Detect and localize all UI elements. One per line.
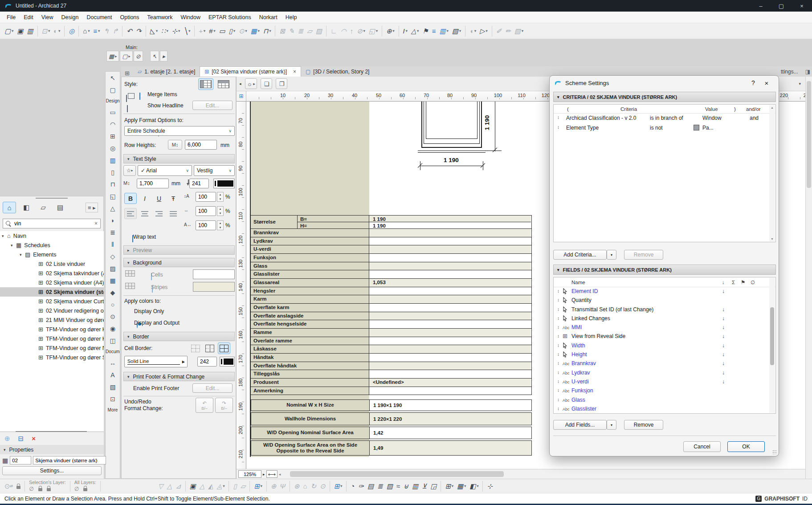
bold-button[interactable]: B — [124, 193, 137, 204]
graphisoft-id[interactable]: G GRAPHISOFT ID — [755, 496, 808, 502]
trim-icon[interactable]: ⊘▾ — [355, 25, 367, 37]
view-map-icon[interactable]: ◧ — [20, 202, 33, 213]
sort-direction-icon[interactable]: ↓ — [722, 342, 725, 349]
new-file-icon[interactable]: ▢▾ — [3, 25, 15, 37]
print-footer-section-header[interactable]: ▾Print Footer & Format Change — [123, 372, 235, 381]
font-family-select[interactable]: ✓Arial∨ — [138, 165, 192, 176]
door-tool-icon[interactable]: ◠ — [106, 118, 120, 130]
align-right-button[interactable] — [153, 208, 165, 219]
roof-wizard-icon[interactable]: △▾ — [410, 25, 420, 37]
table-row[interactable]: Låskasse — [251, 345, 531, 353]
drag-handle-icon[interactable]: ↕ — [557, 388, 559, 393]
drag-handle-icon[interactable]: ↕ — [557, 307, 559, 312]
tree-item[interactable]: ▾ ⌂ ▦ ▨ ⊞ 02 Vinduer redigering og kor — [0, 306, 104, 315]
fit-view-icon[interactable]: ⊿▾ — [174, 480, 183, 493]
cells-color-swatch[interactable] — [193, 269, 235, 279]
align-justify-button[interactable] — [167, 208, 180, 219]
tree-item[interactable]: ▾ ⌂ ▦ ▨ ⊞ Elements — [0, 250, 104, 259]
3d-styles-icon[interactable]: ⊞▾ — [253, 480, 264, 493]
tab-overflow-icon[interactable]: ◨ — [805, 69, 810, 75]
mesh-tool-icon[interactable]: ▦ — [106, 274, 120, 286]
sum-column-icon[interactable]: Σ — [732, 280, 735, 285]
beam-tool-icon[interactable]: ⊓ — [106, 178, 120, 190]
layout-icon[interactable]: ▱▾ — [306, 25, 314, 37]
trace-reference-icon[interactable]: ▯▾ — [228, 25, 237, 37]
navigator-menu-icon[interactable]: ≡ ▸ — [86, 203, 101, 212]
favorites-icon[interactable]: ⌂▾ — [82, 25, 91, 37]
save-icon[interactable]: ▣▾ — [16, 25, 24, 37]
cutaway-icon[interactable]: ▯▾ — [232, 480, 238, 493]
border-all-button[interactable] — [218, 342, 230, 354]
field-row[interactable]: ↕ Abc ⊞ Width ↓ — [554, 342, 775, 350]
fields-scrollbar[interactable] — [769, 278, 775, 413]
drag-handle-icon[interactable]: ↕ — [557, 325, 559, 330]
text-style-section-header[interactable]: ▾Text Style — [123, 154, 235, 163]
font-script-select[interactable]: Vestlig∨ — [194, 165, 235, 176]
remove-criteria-button[interactable]: Remove — [624, 250, 663, 260]
row-height-field[interactable] — [185, 140, 217, 150]
tree-item[interactable]: ▾ ⌂ ▦ ▨ ⊞ 02 Liste vinduer — [0, 259, 104, 269]
sort-direction-icon[interactable]: ↓ — [722, 370, 725, 376]
scheme-settings-button[interactable]: ☼▸ — [245, 78, 257, 89]
border-color-swatch[interactable] — [220, 357, 235, 367]
border-pen-field[interactable] — [197, 357, 217, 367]
tree-item[interactable]: ▾ ⌂ ▦ ▨ ⊞ Schedules — [0, 240, 104, 250]
table-row[interactable]: Overflate håndtak — [251, 362, 531, 370]
search-input[interactable] — [14, 220, 94, 227]
col-open-paren[interactable]: ( — [567, 106, 569, 112]
cancel-button[interactable]: Cancel — [683, 441, 721, 452]
opening-tool-icon[interactable]: ⊙ — [106, 310, 120, 322]
snap-grid-icon[interactable]: ∷▾ — [160, 25, 170, 37]
view-settings-icon[interactable]: ⊟ — [18, 435, 24, 443]
library-icon[interactable]: ▥▾ — [438, 25, 450, 37]
spacing-factor-field[interactable] — [196, 220, 216, 230]
walk-mode-icon[interactable]: Ψ▾ — [278, 480, 286, 493]
merge-items-checkbox[interactable] — [139, 93, 140, 100]
home-story-icon[interactable]: ⌂▾ — [302, 480, 308, 493]
drag-handle-icon[interactable]: ↕ — [557, 361, 559, 366]
field-row[interactable]: ↕ Abc ⊞ Brannkrav ↓ — [554, 359, 775, 368]
apply-format-select[interactable]: Entire Schedule∨ — [124, 126, 235, 136]
tree-item[interactable]: ▾ ⌂ ▦ ▨ ⊞ TFM-Vinduer og dører Komp — [0, 334, 104, 343]
clear-search-icon[interactable]: × — [94, 220, 98, 227]
summary-row[interactable]: W/D Opening Surface Area on the Side Opp… — [251, 440, 532, 456]
remove-fields-button[interactable]: Remove — [624, 420, 663, 430]
drag-handle-icon[interactable]: ↕ — [557, 289, 559, 293]
render-icon[interactable]: ◖▾ — [468, 25, 477, 37]
maximize-button[interactable]: ▢ — [771, 0, 792, 12]
guide-lines-icon[interactable]: ◺▾ — [149, 25, 159, 37]
schedule-name-field[interactable] — [33, 456, 106, 464]
adjust-icon[interactable]: ◐▾ — [52, 25, 61, 37]
menu-window[interactable]: Window — [177, 12, 204, 22]
parameter-pickup-icon[interactable]: ✐▾ — [495, 25, 503, 37]
view-tab[interactable]: ▱ 1. etasje [2. 1. etasje] — [133, 66, 200, 77]
tree-item[interactable]: ▾ ⌂ ▦ ▨ ⊞ 02 Skjema vinduer (A4) — [0, 278, 104, 287]
quad-view-icon[interactable]: ⊞ — [121, 70, 133, 77]
parameter-transfer-icon[interactable]: ✏▾ — [504, 25, 512, 37]
snap-guides-icon[interactable]: ╲▾ — [182, 25, 192, 37]
add-fields-button[interactable]: Add Fields... — [553, 420, 607, 430]
text-tool-icon[interactable]: A — [106, 369, 120, 381]
table-row[interactable]: Overflate karm — [251, 303, 531, 312]
border-vertical-button[interactable] — [204, 342, 216, 354]
minimize-button[interactable]: – — [751, 0, 771, 12]
element-list-icon[interactable]: ≡▾ — [431, 25, 437, 37]
element-settings-icon[interactable]: ≡▾ — [92, 25, 101, 37]
view-mode-icon[interactable]: ◬▾ — [216, 480, 226, 493]
strikethrough-button[interactable]: Ŧ — [167, 193, 180, 204]
field-row[interactable]: ↕ Abc ⊞ Funksjon — [554, 387, 775, 395]
expand-caret-icon[interactable]: ▾ — [11, 243, 16, 248]
tree-item[interactable]: ▾ ⌂ ▦ ▨ ⊞ TFM-Vinduer og dører Systen — [0, 353, 104, 362]
criteria-row[interactable]: ↕ Archicad Classification - v 2.0 is in … — [554, 114, 775, 123]
hide-all-layers-icon[interactable]: ∅ — [74, 486, 79, 492]
menu-options[interactable]: Options — [116, 12, 143, 22]
orbit-icon[interactable]: ⊕▾ — [269, 480, 278, 493]
window-drawing-outer-frame[interactable] — [421, 102, 482, 148]
camera-tool-icon[interactable]: ◉ — [106, 322, 120, 334]
corner-icon[interactable]: ∟▾ — [329, 25, 339, 37]
toolbox-section-label[interactable]: Docume — [106, 346, 120, 357]
delete-icon[interactable]: × — [32, 435, 36, 443]
view-options-dropdown-icon[interactable]: ▾ — [799, 81, 801, 86]
vertical-ruler[interactable]: 70 80 90 100 110 120 130 140 150 160 170 — [237, 102, 246, 469]
flyout-arrow-icon[interactable]: ▸▸ — [160, 51, 167, 61]
